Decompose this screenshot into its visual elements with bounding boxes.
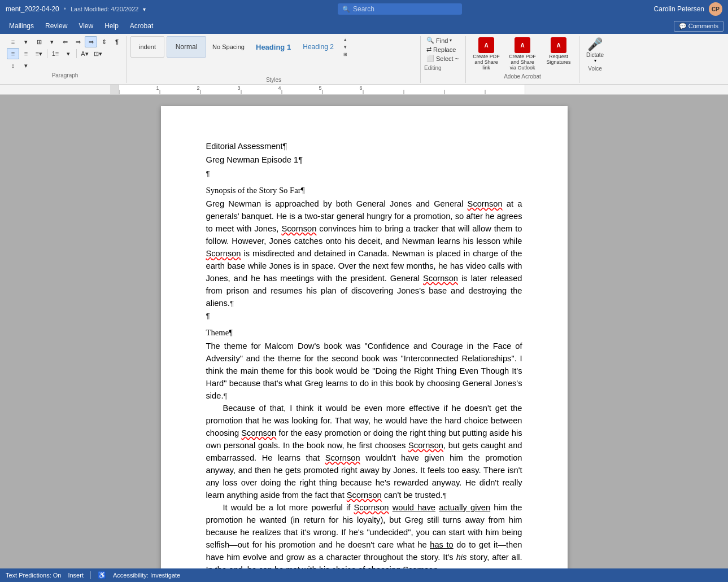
styles-group: indent Normal No Spacing Heading 1 Headi… xyxy=(127,36,421,83)
his-italic: his xyxy=(456,553,467,562)
styles-expand[interactable]: ⊞ xyxy=(341,51,350,58)
blank-para-2: ¶ xyxy=(206,309,522,322)
theme-heading: Theme¶ xyxy=(206,326,522,339)
align-right-dropdown[interactable]: ≡▾ xyxy=(33,48,45,59)
dictate-label: Dictate xyxy=(586,52,604,58)
increase-indent[interactable]: ⇒ xyxy=(72,36,84,47)
find-button[interactable]: 🔍 Find ▾ xyxy=(424,36,461,45)
avatar[interactable]: CP xyxy=(709,2,722,16)
align-left[interactable]: ≡ xyxy=(7,48,19,59)
theme-body-1: The theme for Malcom Dow's book was "Con… xyxy=(206,340,522,402)
paragraph-label: Paragraph xyxy=(7,72,123,78)
find-dropdown[interactable]: ▾ xyxy=(450,38,452,43)
styles-scroll-up[interactable]: ▲ xyxy=(341,36,350,43)
separator xyxy=(47,49,47,58)
indent-active[interactable]: ⇒ xyxy=(85,36,97,47)
search-input[interactable] xyxy=(353,5,455,13)
version-dropdown[interactable]: ▾ xyxy=(143,6,146,12)
theme-body-3: It would be a lot more powerful if Scorn… xyxy=(206,501,522,568)
acrobat-icon-3: A xyxy=(551,37,566,53)
multilevel-list[interactable]: ⊞ xyxy=(33,36,45,47)
svg-text:6: 6 xyxy=(359,85,362,91)
menu-item-help[interactable]: Help xyxy=(100,21,123,31)
create-pdf-outlook-btn[interactable]: A Create PDF and Share via Outlook xyxy=(505,36,539,72)
would-have: would have xyxy=(393,503,435,512)
menu-bar: Mailings Review View Help Acrobat 💬 Comm… xyxy=(0,18,728,34)
title-bar-right: Carolin Petersen CP xyxy=(654,2,722,16)
numbering[interactable]: 1≡ xyxy=(49,48,62,59)
multilevel-dropdown[interactable]: ▾ xyxy=(46,36,58,47)
svg-text:4: 4 xyxy=(278,85,281,91)
acrobat-group: A Create PDF and Share link A Create PDF… xyxy=(466,36,579,83)
page[interactable]: Editorial Assessment¶ Greg Newman Episod… xyxy=(161,106,568,568)
replace-icon: ⇄ xyxy=(426,46,431,53)
separator xyxy=(90,571,91,579)
doc-subtitle: Greg Newman Episode 1¶ xyxy=(206,154,522,166)
border-btn[interactable]: ⊡▾ xyxy=(91,48,104,59)
status-bar: Text Predictions: On Insert ♿ Accessibil… xyxy=(0,568,728,582)
separator2 xyxy=(76,49,77,58)
search-bar[interactable]: 🔍 xyxy=(338,3,462,15)
sort-btn[interactable]: ⇕ xyxy=(98,36,110,47)
filename-label: ment_2022-04-20 xyxy=(6,5,59,13)
list-dropdown[interactable]: ▾ xyxy=(20,36,32,47)
styles-scroll: ▲ ▼ ⊞ xyxy=(341,36,350,58)
find-icon: 🔍 xyxy=(426,37,434,44)
select-button[interactable]: ⬜ Select ~ xyxy=(424,54,461,63)
has-to: has to xyxy=(430,540,453,549)
dictate-button[interactable]: 🎤 Dictate ▾ xyxy=(583,36,607,64)
editing-buttons: 🔍 Find ▾ ⇄ Replace ⬜ Select ~ xyxy=(424,36,461,63)
synopsis-body: Greg Newman is approached by both Genera… xyxy=(206,198,522,309)
ruler-inner[interactable]: 1 2 3 4 5 6 xyxy=(119,85,525,94)
comment-icon: 💬 xyxy=(679,23,687,30)
align-center[interactable]: ≡ xyxy=(20,48,32,59)
menu-item-acrobat[interactable]: Acrobat xyxy=(125,21,158,31)
acrobat-buttons: A Create PDF and Share link A Create PDF… xyxy=(469,36,576,72)
menu-item-view[interactable]: View xyxy=(74,21,98,31)
paragraph-row-1: ≡ ▾ ⊞ ▾ ⇐ ⇒ ⇒ ⇕ ¶ xyxy=(7,36,123,47)
blank-para-1: ¶ xyxy=(206,167,522,180)
shading-btn[interactable]: A▾ xyxy=(79,48,91,59)
spacing-dropdown[interactable]: ▾ xyxy=(20,60,32,71)
scornson-2: Scornson xyxy=(281,224,316,233)
title-bar-left: ment_2022-04-20 • Last Modified: 4/20/20… xyxy=(6,5,146,13)
request-signatures-btn[interactable]: A Request Signatures xyxy=(542,36,576,67)
doc-title: Editorial Assessment¶ xyxy=(206,140,522,152)
scornson-8: Scornson xyxy=(347,491,382,500)
list-bullet-btn[interactable]: ≡ xyxy=(7,36,19,47)
line-spacing[interactable]: ↕ xyxy=(7,60,19,71)
style-indent-btn[interactable]: indent xyxy=(130,36,164,58)
acrobat-icon-2: A xyxy=(515,37,530,53)
show-formatting[interactable]: ¶ xyxy=(111,36,123,47)
menu-item-mailings[interactable]: Mailings xyxy=(5,21,38,31)
paragraph-group: ≡ ▾ ⊞ ▾ ⇐ ⇒ ⇒ ⇕ ¶ ≡ ≡ ≡▾ 1≡ ▾ A▾ ⊡▾ xyxy=(3,36,127,83)
search-icon: 🔍 xyxy=(342,6,350,13)
scornson-9: Scornson xyxy=(354,503,389,512)
separator: • xyxy=(64,5,66,13)
ruler-ticks: 1 2 3 4 5 6 xyxy=(119,85,525,94)
document-area[interactable]: Editorial Assessment¶ Greg Newman Episod… xyxy=(0,95,728,568)
insert-mode[interactable]: Insert xyxy=(68,572,84,579)
style-nospacing-btn[interactable]: No Spacing xyxy=(207,36,250,58)
editing-label: Editing xyxy=(424,65,442,71)
microphone-icon: 🎤 xyxy=(587,37,603,52)
editing-group: 🔍 Find ▾ ⇄ Replace ⬜ Select ~ Editing xyxy=(421,36,466,83)
style-normal-btn[interactable]: Normal xyxy=(167,36,206,58)
replace-button[interactable]: ⇄ Replace xyxy=(424,45,461,54)
numbering-dropdown[interactable]: ▾ xyxy=(62,48,75,59)
create-pdf-share-btn[interactable]: A Create PDF and Share link xyxy=(469,36,503,72)
style-heading1-btn[interactable]: Heading 1 xyxy=(251,36,296,58)
comments-button[interactable]: 💬 Comments xyxy=(674,21,723,32)
text-predictions[interactable]: Text Predictions: On xyxy=(6,572,61,579)
dictate-dropdown[interactable]: ▾ xyxy=(594,58,596,63)
paragraph-row-2: ≡ ≡ ≡▾ 1≡ ▾ A▾ ⊡▾ xyxy=(7,48,123,59)
paragraph-rows: ≡ ▾ ⊞ ▾ ⇐ ⇒ ⇒ ⇕ ¶ ≡ ≡ ≡▾ 1≡ ▾ A▾ ⊡▾ xyxy=(7,36,123,71)
ribbon: ≡ ▾ ⊞ ▾ ⇐ ⇒ ⇒ ⇕ ¶ ≡ ≡ ≡▾ 1≡ ▾ A▾ ⊡▾ xyxy=(0,34,728,85)
svg-text:3: 3 xyxy=(237,85,240,91)
style-heading2-btn[interactable]: Heading 2 xyxy=(297,36,339,58)
styles-scroll-down[interactable]: ▼ xyxy=(341,43,350,50)
accessibility-label[interactable]: Accessibility: Investigate xyxy=(113,572,180,579)
scornson-5: Scornson xyxy=(241,428,276,437)
decrease-indent[interactable]: ⇐ xyxy=(59,36,71,47)
menu-item-review[interactable]: Review xyxy=(41,21,72,31)
